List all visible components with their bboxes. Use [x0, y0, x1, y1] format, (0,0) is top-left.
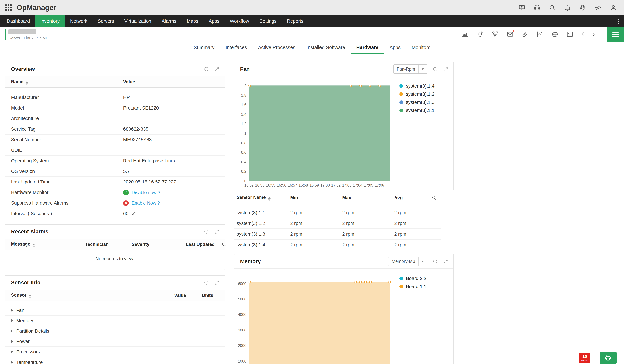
- edit-pencil-icon[interactable]: [132, 211, 136, 216]
- svg-text:1: 1: [244, 131, 246, 135]
- fan-panel: Fan Fan-Rpm▼ 00.20.40.60.811.21.41.61.82…: [234, 62, 454, 190]
- notifications-bell-icon[interactable]: [564, 4, 571, 11]
- refresh-icon[interactable]: [433, 66, 438, 72]
- column-header-sensor[interactable]: Sensor: [11, 292, 174, 299]
- tab-installed-software[interactable]: Installed Software: [301, 42, 351, 54]
- terminal-icon[interactable]: [567, 31, 573, 38]
- sensor-group-fan[interactable]: Fan: [5, 305, 225, 315]
- legend-item[interactable]: system(3).1.1: [399, 106, 435, 114]
- link-chain-icon[interactable]: [522, 31, 528, 38]
- screen-share-icon[interactable]: [518, 4, 525, 11]
- support-headset-icon[interactable]: [534, 4, 541, 11]
- search-icon[interactable]: [432, 195, 437, 200]
- legend-item[interactable]: Board 2.2: [399, 274, 426, 283]
- nav-item-reports[interactable]: Reports: [282, 15, 309, 27]
- svg-text:1000: 1000: [238, 359, 246, 363]
- table-row: system(3).1.12 rpm2 rpm2 rpm: [234, 207, 441, 218]
- alarm-count: 19: [582, 354, 587, 359]
- tab-apps[interactable]: Apps: [384, 42, 406, 54]
- search-icon[interactable]: [222, 242, 227, 247]
- search-icon[interactable]: [549, 4, 556, 11]
- tab-active-processes[interactable]: Active Processes: [253, 42, 301, 54]
- nav-item-virtualization[interactable]: Virtualization: [119, 15, 156, 27]
- nav-item-maps[interactable]: Maps: [182, 15, 204, 27]
- sort-icon: [26, 81, 28, 85]
- nav-item-network[interactable]: Network: [65, 15, 92, 27]
- sensor-group-temperature[interactable]: Temperature: [5, 357, 225, 364]
- previous-device-chevron-icon[interactable]: [580, 31, 586, 37]
- support-widget-button[interactable]: [600, 352, 617, 364]
- column-header-message[interactable]: Message: [11, 241, 85, 247]
- table-row: system(3).1.22 rpm2 rpm2 rpm: [234, 218, 441, 229]
- tab-hardware[interactable]: Hardware: [351, 42, 384, 54]
- table-row: OS Version5.7: [5, 166, 225, 177]
- refresh-icon[interactable]: [204, 229, 209, 234]
- sort-icon: [268, 197, 271, 201]
- fan-metric-select[interactable]: Fan-Rpm▼: [393, 64, 427, 74]
- sensor-group-partition-details[interactable]: Partition Details: [5, 326, 225, 336]
- row-name: Manufacturer: [11, 95, 123, 100]
- legend-item[interactable]: Board 1.1: [399, 283, 426, 290]
- row-value: HP: [123, 95, 225, 100]
- alarm-bell-icon[interactable]: [477, 31, 484, 38]
- printer-icon: [604, 354, 612, 362]
- tab-monitors[interactable]: Monitors: [406, 42, 436, 54]
- device-menu-button[interactable]: [607, 27, 624, 42]
- sensor-group-power[interactable]: Power: [5, 336, 225, 347]
- sensor-info-title: Sensor Info: [11, 280, 41, 286]
- apps-grid-icon[interactable]: [5, 4, 12, 11]
- tab-interfaces[interactable]: Interfaces: [220, 42, 253, 54]
- row-value: ME92745Y83: [123, 137, 225, 142]
- settings-gear-icon[interactable]: [595, 4, 601, 11]
- nav-item-workflow[interactable]: Workflow: [225, 15, 254, 27]
- nav-item-servers[interactable]: Servers: [93, 15, 119, 27]
- refresh-icon[interactable]: [204, 66, 209, 72]
- mail-icon[interactable]: [507, 31, 514, 38]
- overview-table-header: Name Value: [5, 76, 225, 88]
- legend-item[interactable]: system(3).1.4: [399, 82, 435, 90]
- nav-item-dashboard[interactable]: Dashboard: [2, 15, 35, 27]
- user-icon[interactable]: [610, 4, 617, 11]
- svg-text:17:06: 17:06: [375, 183, 384, 187]
- expand-icon[interactable]: [443, 259, 448, 264]
- nav-item-settings[interactable]: Settings: [254, 15, 282, 27]
- fan-measurement-table: Sensor Name Min Max Avg system(3).1.12 r…: [234, 192, 441, 250]
- expand-icon[interactable]: [214, 229, 219, 234]
- legend-dot: [399, 285, 403, 288]
- alarm-count-badge[interactable]: 19 Alarms: [579, 353, 590, 363]
- column-header-sensor-name[interactable]: Sensor Name: [237, 195, 290, 201]
- row-name: Service Tag: [11, 127, 123, 132]
- nav-item-alarms[interactable]: Alarms: [156, 15, 182, 27]
- refresh-icon[interactable]: [204, 280, 209, 285]
- nav-item-inventory[interactable]: Inventory: [35, 15, 65, 27]
- sensor-group-memory[interactable]: Memory: [5, 315, 225, 326]
- expand-icon[interactable]: [443, 66, 448, 72]
- globe-icon[interactable]: [551, 31, 558, 38]
- memory-metric-select[interactable]: Memory-Mb▼: [388, 257, 427, 266]
- row-name: OS Version: [11, 169, 123, 174]
- device-actions: [462, 27, 624, 42]
- next-device-chevron-icon[interactable]: [591, 31, 596, 37]
- nav-overflow-kebab-icon[interactable]: [616, 15, 621, 27]
- refresh-icon[interactable]: [433, 259, 438, 264]
- legend-item[interactable]: system(3).1.3: [399, 98, 435, 106]
- performance-area-chart-icon[interactable]: [462, 31, 469, 38]
- expand-icon[interactable]: [214, 66, 219, 72]
- svg-text:2: 2: [244, 84, 246, 88]
- tab-summary[interactable]: Summary: [188, 42, 220, 54]
- sensor-group-processors[interactable]: Processors: [5, 347, 225, 357]
- svg-text:16:58: 16:58: [299, 183, 308, 187]
- column-header-severity: Severity: [132, 242, 186, 247]
- topology-icon[interactable]: [492, 31, 498, 38]
- nav-item-apps[interactable]: Apps: [204, 15, 225, 27]
- disable-now-link[interactable]: Disable now ?: [132, 190, 160, 195]
- gesture-hand-icon[interactable]: [579, 4, 586, 11]
- expand-icon[interactable]: [214, 280, 219, 285]
- legend-item[interactable]: system(3).1.2: [399, 90, 435, 98]
- column-header-avg: Avg: [394, 195, 432, 200]
- expand-triangle-icon: [11, 330, 13, 333]
- enable-now-link[interactable]: Enable Now ?: [132, 201, 160, 206]
- column-header-name[interactable]: Name: [11, 79, 123, 85]
- line-graph-icon[interactable]: [537, 31, 543, 38]
- row-value: ProLiant SE1220: [123, 105, 225, 111]
